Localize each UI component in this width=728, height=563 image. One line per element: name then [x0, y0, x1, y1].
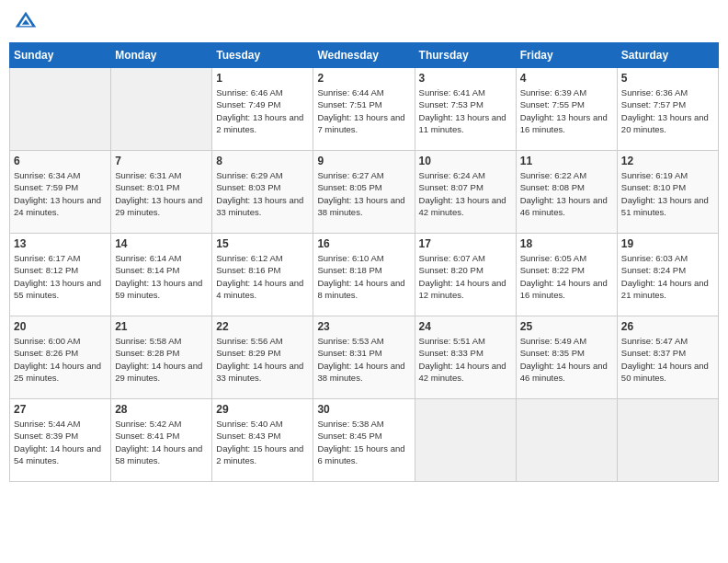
day-cell: 29Sunrise: 5:40 AM Sunset: 8:43 PM Dayli… [212, 399, 313, 482]
calendar-table: SundayMondayTuesdayWednesdayThursdayFrid… [9, 42, 719, 482]
day-number: 13 [14, 237, 107, 250]
week-row-4: 20Sunrise: 6:00 AM Sunset: 8:26 PM Dayli… [10, 316, 719, 399]
page-header [9, 9, 719, 35]
day-number: 2 [317, 72, 410, 85]
day-cell: 16Sunrise: 6:10 AM Sunset: 8:18 PM Dayli… [313, 234, 415, 316]
day-cell: 17Sunrise: 6:07 AM Sunset: 8:20 PM Dayli… [415, 234, 516, 316]
day-number: 11 [520, 155, 613, 167]
day-cell: 10Sunrise: 6:24 AM Sunset: 8:07 PM Dayli… [415, 151, 516, 234]
day-number: 8 [216, 155, 309, 167]
day-cell: 28Sunrise: 5:42 AM Sunset: 8:41 PM Dayli… [111, 399, 212, 482]
day-number: 4 [520, 72, 613, 85]
day-cell: 7Sunrise: 6:31 AM Sunset: 8:01 PM Daylig… [111, 151, 212, 234]
day-number: 6 [14, 155, 107, 167]
day-info: Sunrise: 5:47 AM Sunset: 8:37 PM Dayligh… [621, 335, 714, 384]
day-info: Sunrise: 6:24 AM Sunset: 8:07 PM Dayligh… [419, 169, 512, 218]
day-cell: 4Sunrise: 6:39 AM Sunset: 7:55 PM Daylig… [516, 68, 617, 151]
day-cell [415, 399, 516, 482]
day-number: 21 [115, 320, 208, 333]
day-info: Sunrise: 6:17 AM Sunset: 8:12 PM Dayligh… [14, 252, 107, 301]
day-header-thursday: Thursday [415, 43, 516, 68]
day-info: Sunrise: 6:10 AM Sunset: 8:18 PM Dayligh… [317, 252, 410, 301]
day-info: Sunrise: 5:53 AM Sunset: 8:31 PM Dayligh… [317, 335, 410, 384]
day-cell: 26Sunrise: 5:47 AM Sunset: 8:37 PM Dayli… [617, 316, 718, 399]
day-info: Sunrise: 5:49 AM Sunset: 8:35 PM Dayligh… [520, 335, 613, 384]
day-number: 16 [317, 237, 410, 250]
day-cell: 13Sunrise: 6:17 AM Sunset: 8:12 PM Dayli… [10, 234, 111, 316]
day-cell: 8Sunrise: 6:29 AM Sunset: 8:03 PM Daylig… [212, 151, 313, 234]
logo [13, 9, 42, 35]
day-info: Sunrise: 6:19 AM Sunset: 8:10 PM Dayligh… [621, 169, 714, 218]
week-row-2: 6Sunrise: 6:34 AM Sunset: 7:59 PM Daylig… [10, 151, 719, 234]
day-cell: 12Sunrise: 6:19 AM Sunset: 8:10 PM Dayli… [617, 151, 718, 234]
day-number: 19 [621, 237, 714, 250]
day-cell: 1Sunrise: 6:46 AM Sunset: 7:49 PM Daylig… [212, 68, 313, 151]
day-cell: 15Sunrise: 6:12 AM Sunset: 8:16 PM Dayli… [212, 234, 313, 316]
day-cell: 6Sunrise: 6:34 AM Sunset: 7:59 PM Daylig… [10, 151, 111, 234]
header-row: SundayMondayTuesdayWednesdayThursdayFrid… [10, 43, 719, 68]
day-cell: 11Sunrise: 6:22 AM Sunset: 8:08 PM Dayli… [516, 151, 617, 234]
day-info: Sunrise: 6:34 AM Sunset: 7:59 PM Dayligh… [14, 169, 107, 218]
day-number: 5 [621, 72, 714, 85]
day-info: Sunrise: 5:56 AM Sunset: 8:29 PM Dayligh… [216, 335, 309, 384]
day-number: 23 [317, 320, 410, 333]
day-info: Sunrise: 6:07 AM Sunset: 8:20 PM Dayligh… [419, 252, 512, 301]
day-cell: 25Sunrise: 5:49 AM Sunset: 8:35 PM Dayli… [516, 316, 617, 399]
day-number: 17 [419, 237, 512, 250]
day-info: Sunrise: 6:31 AM Sunset: 8:01 PM Dayligh… [115, 169, 208, 218]
day-cell [10, 68, 111, 151]
day-info: Sunrise: 5:40 AM Sunset: 8:43 PM Dayligh… [216, 418, 309, 466]
day-number: 9 [317, 155, 410, 167]
day-header-saturday: Saturday [617, 43, 718, 68]
week-row-3: 13Sunrise: 6:17 AM Sunset: 8:12 PM Dayli… [10, 234, 719, 316]
day-number: 14 [115, 237, 208, 250]
day-cell [617, 399, 718, 482]
day-cell: 3Sunrise: 6:41 AM Sunset: 7:53 PM Daylig… [415, 68, 516, 151]
day-cell: 21Sunrise: 5:58 AM Sunset: 8:28 PM Dayli… [111, 316, 212, 399]
day-cell: 9Sunrise: 6:27 AM Sunset: 8:05 PM Daylig… [313, 151, 415, 234]
day-info: Sunrise: 6:44 AM Sunset: 7:51 PM Dayligh… [317, 86, 410, 135]
day-info: Sunrise: 6:05 AM Sunset: 8:22 PM Dayligh… [520, 252, 613, 301]
day-cell: 22Sunrise: 5:56 AM Sunset: 8:29 PM Dayli… [212, 316, 313, 399]
day-number: 28 [115, 403, 208, 416]
day-cell: 23Sunrise: 5:53 AM Sunset: 8:31 PM Dayli… [313, 316, 415, 399]
day-number: 18 [520, 237, 613, 250]
day-number: 24 [419, 320, 512, 333]
day-cell: 27Sunrise: 5:44 AM Sunset: 8:39 PM Dayli… [10, 399, 111, 482]
day-info: Sunrise: 6:12 AM Sunset: 8:16 PM Dayligh… [216, 252, 309, 301]
day-info: Sunrise: 6:00 AM Sunset: 8:26 PM Dayligh… [14, 335, 107, 384]
day-cell: 5Sunrise: 6:36 AM Sunset: 7:57 PM Daylig… [617, 68, 718, 151]
day-info: Sunrise: 6:03 AM Sunset: 8:24 PM Dayligh… [621, 252, 714, 301]
day-cell: 19Sunrise: 6:03 AM Sunset: 8:24 PM Dayli… [617, 234, 718, 316]
day-number: 30 [317, 403, 410, 416]
day-number: 29 [216, 403, 309, 416]
day-cell: 18Sunrise: 6:05 AM Sunset: 8:22 PM Dayli… [516, 234, 617, 316]
day-info: Sunrise: 5:51 AM Sunset: 8:33 PM Dayligh… [419, 335, 512, 384]
day-cell: 20Sunrise: 6:00 AM Sunset: 8:26 PM Dayli… [10, 316, 111, 399]
day-number: 26 [621, 320, 714, 333]
week-row-5: 27Sunrise: 5:44 AM Sunset: 8:39 PM Dayli… [10, 399, 719, 482]
day-cell: 14Sunrise: 6:14 AM Sunset: 8:14 PM Dayli… [111, 234, 212, 316]
day-number: 22 [216, 320, 309, 333]
day-number: 25 [520, 320, 613, 333]
day-info: Sunrise: 6:41 AM Sunset: 7:53 PM Dayligh… [419, 86, 512, 135]
day-cell: 30Sunrise: 5:38 AM Sunset: 8:45 PM Dayli… [313, 399, 415, 482]
day-number: 3 [419, 72, 512, 85]
day-header-sunday: Sunday [10, 43, 111, 68]
day-number: 10 [419, 155, 512, 167]
day-number: 7 [115, 155, 208, 167]
day-cell: 24Sunrise: 5:51 AM Sunset: 8:33 PM Dayli… [415, 316, 516, 399]
day-info: Sunrise: 5:42 AM Sunset: 8:41 PM Dayligh… [115, 418, 208, 466]
day-header-wednesday: Wednesday [313, 43, 415, 68]
day-info: Sunrise: 5:44 AM Sunset: 8:39 PM Dayligh… [14, 418, 107, 466]
day-cell [516, 399, 617, 482]
logo-icon [13, 9, 39, 35]
day-info: Sunrise: 6:36 AM Sunset: 7:57 PM Dayligh… [621, 86, 714, 135]
day-info: Sunrise: 6:14 AM Sunset: 8:14 PM Dayligh… [115, 252, 208, 301]
day-info: Sunrise: 6:22 AM Sunset: 8:08 PM Dayligh… [520, 169, 613, 218]
day-info: Sunrise: 5:38 AM Sunset: 8:45 PM Dayligh… [317, 418, 410, 466]
day-number: 1 [216, 72, 309, 85]
day-number: 12 [621, 155, 714, 167]
day-number: 27 [14, 403, 107, 416]
day-header-monday: Monday [111, 43, 212, 68]
